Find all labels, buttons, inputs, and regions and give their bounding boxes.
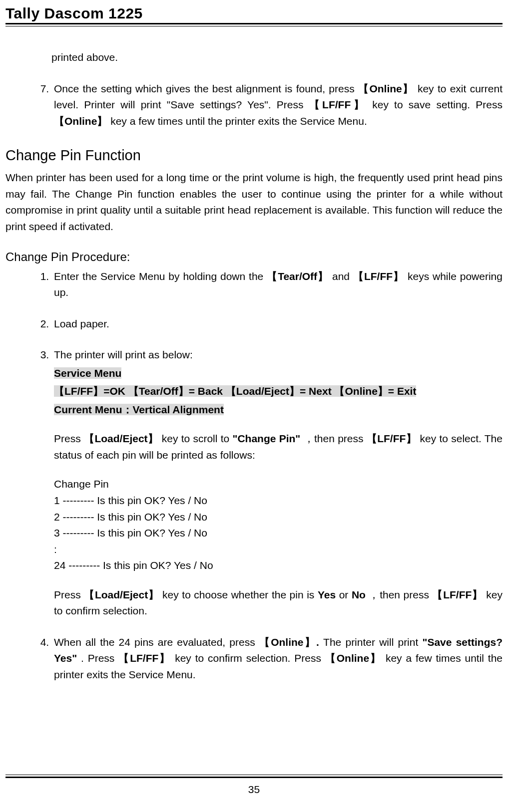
content-area: printed above. Once the setting which gi… [5, 37, 503, 757]
key-online: 【Online】. [259, 636, 319, 648]
label-yes: Yes [318, 589, 336, 600]
text: key to confirm selection. Press [175, 652, 321, 664]
pin-row-24: 24 --------- Is this pin OK? Yes / No [54, 557, 503, 574]
page: Tally Dascom 1225 printed above. Once th… [0, 0, 508, 812]
text: and [332, 271, 350, 282]
key-lfff: 【LF/FF】 [432, 589, 483, 600]
pin-list-title: Change Pin [54, 476, 503, 493]
pin-list: Change Pin 1 --------- Is this pin OK? Y… [54, 476, 503, 573]
text: Press [54, 589, 81, 600]
key-lfff: 【LF/FF】 [309, 99, 367, 110]
service-menu-print: Service Menu [54, 367, 121, 379]
text: ，then press [369, 589, 429, 600]
prev-page-continuation: printed above. [51, 49, 503, 66]
key-tearoff: 【Tear/Off】 [267, 271, 329, 282]
page-number: 35 [0, 782, 508, 798]
pin-row-3: 3 --------- Is this pin OK? Yes / No [54, 525, 503, 541]
top-ordered-list: Once the setting which gives the best al… [5, 81, 503, 130]
footer-rule-thin [5, 775, 503, 775]
text: Once the setting which gives the best al… [54, 83, 358, 94]
label-change-pin: "Change Pin" [232, 433, 300, 444]
list-item-1: Enter the Service Menu by holding down t… [52, 269, 503, 301]
pin-row-1: 1 --------- Is this pin OK? Yes / No [54, 493, 503, 509]
text: key a few times until the printer exits … [110, 115, 367, 127]
text: Load paper. [54, 318, 109, 329]
text: When all the 24 pins are evaluated, pres… [54, 636, 255, 648]
text: Press [54, 433, 84, 444]
procedure-heading: Change Pin Procedure: [5, 248, 503, 266]
text: Enter the Service Menu by holding down t… [54, 271, 263, 282]
key-online: 【Online】 [54, 115, 107, 127]
key-lfff: 【LF/FF】 [367, 433, 417, 444]
step3-lead: The printer will print as below: [54, 347, 503, 363]
service-menu-current: Current Menu：Vertical Alignment [54, 404, 224, 415]
list-item-2: Load paper. [52, 316, 503, 332]
list-item-7: Once the setting which gives the best al… [52, 81, 503, 130]
step3-press1: Press 【Load/Eject】 key to scroll to "Cha… [54, 431, 503, 463]
text: key to scroll to [162, 433, 233, 444]
section-heading: Change Pin Function [5, 144, 503, 167]
pin-row-2: 2 --------- Is this pin OK? Yes / No [54, 509, 503, 526]
text: key to choose whether the pin is [162, 589, 318, 600]
doc-title: Tally Dascom 1225 [5, 5, 143, 21]
pin-row-ellipsis: : [54, 541, 503, 558]
text: ，then press [304, 433, 367, 444]
list-item-3: The printer will print as below: Service… [52, 347, 503, 619]
text: or [339, 589, 352, 600]
text: The printer will print [323, 636, 422, 648]
service-menu-keys: 【LF/FF】=OK 【Tear/Off】= Back 【Load/Eject】… [54, 385, 416, 397]
section-intro: When printer has been used for a long ti… [5, 170, 503, 235]
footer-rule-thick [5, 777, 503, 778]
key-online: 【Online】 [325, 652, 382, 664]
key-lfff: 【LF/FF】 [118, 652, 171, 664]
label-no: No [352, 589, 366, 600]
header-rule-thin [5, 26, 503, 26]
text: key to save setting. Press [372, 99, 503, 110]
header-rule-thick [5, 23, 503, 24]
key-load-eject: 【Load/Eject】 [84, 433, 158, 444]
key-online: 【Online】 [358, 83, 414, 94]
text: . Press [81, 652, 118, 664]
key-lfff: 【LF/FF】 [353, 271, 404, 282]
list-item-4: When all the 24 pins are evaluated, pres… [52, 634, 503, 683]
doc-header: Tally Dascom 1225 [5, 2, 143, 25]
step3-press2: Press 【Load/Eject】 key to choose whether… [54, 587, 503, 619]
procedure-list: Enter the Service Menu by holding down t… [5, 269, 503, 683]
key-load-eject: 【Load/Eject】 [84, 589, 159, 600]
